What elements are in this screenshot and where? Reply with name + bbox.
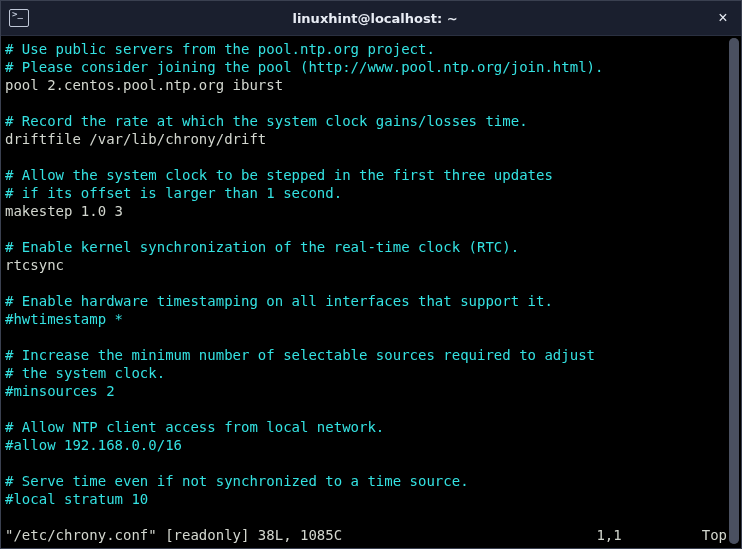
window-title: linuxhint@localhost: ~ [37,11,713,26]
editor-content[interactable]: # Use public servers from the pool.ntp.o… [5,40,737,526]
config-line [5,328,737,346]
status-cursor-position: 1,1 [596,526,701,544]
config-line: driftfile /var/lib/chrony/drift [5,130,737,148]
status-filename: "/etc/chrony.conf" [readonly] 38L, 1085C [5,526,342,544]
vim-status-line: "/etc/chrony.conf" [readonly] 38L, 1085C… [5,526,737,544]
config-line: makestep 1.0 3 [5,202,737,220]
config-line [5,94,737,112]
comment-line: #local stratum 10 [5,490,737,508]
comment-line: # if its offset is larger than 1 second. [5,184,737,202]
comment-line: # Allow NTP client access from local net… [5,418,737,436]
comment-line: #minsources 2 [5,382,737,400]
comment-line: # Allow the system clock to be stepped i… [5,166,737,184]
comment-line: # Increase the minimum number of selecta… [5,346,737,364]
comment-line: #allow 192.168.0.0/16 [5,436,737,454]
terminal-viewport[interactable]: # Use public servers from the pool.ntp.o… [1,36,741,548]
comment-line: #hwtimestamp * [5,310,737,328]
scrollbar[interactable] [729,38,739,544]
comment-line: # Serve time even if not synchronized to… [5,472,737,490]
comment-line: # Record the rate at which the system cl… [5,112,737,130]
terminal-window: linuxhint@localhost: ~ × # Use public se… [0,0,742,549]
comment-line: # the system clock. [5,364,737,382]
titlebar[interactable]: linuxhint@localhost: ~ × [1,1,741,36]
comment-line: # Enable kernel synchronization of the r… [5,238,737,256]
comment-line: # Use public servers from the pool.ntp.o… [5,40,737,58]
config-line [5,274,737,292]
config-line [5,454,737,472]
config-line [5,220,737,238]
config-line [5,508,737,526]
close-button[interactable]: × [713,8,733,28]
terminal-icon [9,9,29,27]
config-line: pool 2.centos.pool.ntp.org iburst [5,76,737,94]
scrollbar-thumb[interactable] [729,38,739,544]
config-line: rtcsync [5,256,737,274]
comment-line: # Please consider joining the pool (http… [5,58,737,76]
config-line [5,400,737,418]
comment-line: # Enable hardware timestamping on all in… [5,292,737,310]
config-line [5,148,737,166]
